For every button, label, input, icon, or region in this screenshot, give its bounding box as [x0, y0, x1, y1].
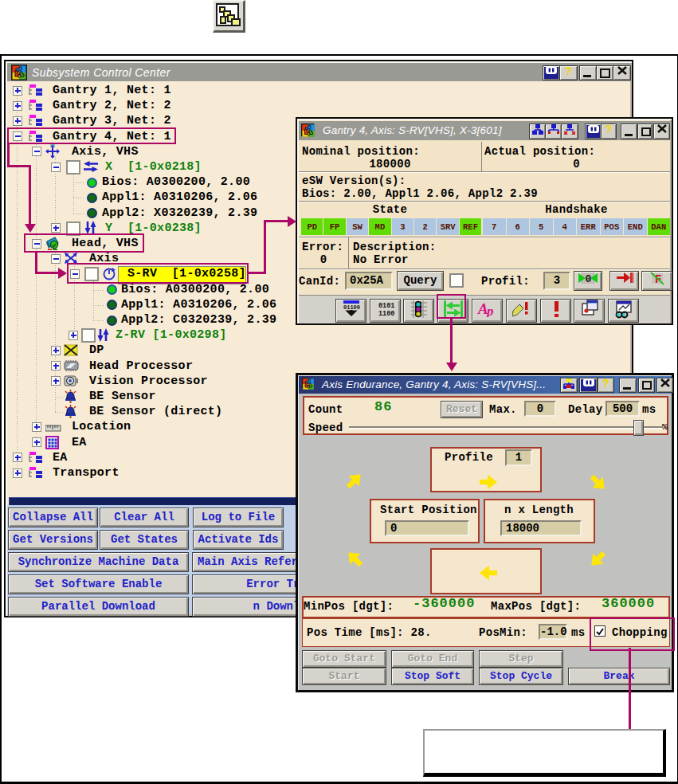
svg-text:01100: 01100 [343, 304, 360, 311]
svg-text:1100: 1100 [378, 310, 394, 318]
svg-text:0101: 0101 [378, 302, 394, 310]
svg-text:0: 0 [586, 273, 592, 284]
svg-text:p: p [485, 304, 494, 317]
